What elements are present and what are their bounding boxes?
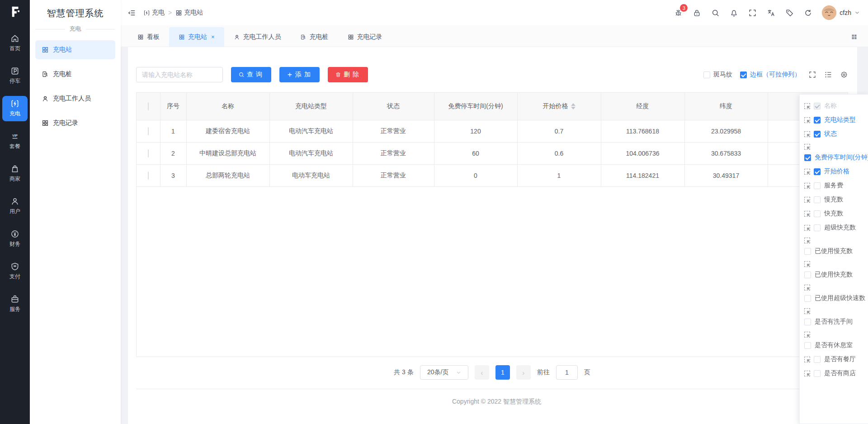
border-toggle[interactable]: 边框（可拉伸列） bbox=[740, 71, 801, 79]
table-settings-gear-icon[interactable] bbox=[840, 71, 848, 79]
column-checkbox[interactable] bbox=[804, 154, 811, 161]
submenu-item-record[interactable]: 充电记录 bbox=[35, 114, 115, 133]
app-logo[interactable] bbox=[0, 0, 30, 24]
language-icon[interactable] bbox=[766, 8, 775, 17]
row-checkbox[interactable] bbox=[148, 149, 149, 157]
drag-handle-icon[interactable] bbox=[804, 144, 810, 150]
column-toggle[interactable]: 超级快充数 bbox=[814, 224, 856, 232]
drag-handle-icon[interactable] bbox=[804, 225, 810, 231]
prev-page-button[interactable]: ‹ bbox=[475, 365, 489, 380]
column-checkbox[interactable] bbox=[814, 356, 821, 363]
column-checkbox[interactable] bbox=[814, 370, 821, 377]
rail-item-vip[interactable]: 套餐 bbox=[2, 129, 28, 154]
submenu-item-pile[interactable]: 充电桩 bbox=[35, 65, 115, 84]
tab-充电工作人员[interactable]: 充电工作人员 bbox=[224, 27, 291, 47]
bug-report-icon[interactable]: 3 bbox=[674, 8, 683, 17]
column-toggle[interactable]: 状态 bbox=[814, 130, 837, 138]
current-page-button[interactable]: 1 bbox=[495, 365, 510, 380]
drag-handle-icon[interactable] bbox=[804, 371, 810, 376]
lock-screen-icon[interactable] bbox=[692, 8, 701, 17]
column-toggle[interactable]: 已使用慢充数 bbox=[804, 247, 868, 255]
tab-充电桩[interactable]: 充电桩 bbox=[291, 27, 338, 47]
column-toggle[interactable]: 充电站类型 bbox=[814, 116, 856, 124]
drag-handle-icon[interactable] bbox=[804, 357, 810, 362]
column-toggle[interactable]: 名称 bbox=[814, 102, 837, 110]
breadcrumb-item-station[interactable]: 充电站 bbox=[175, 9, 203, 17]
rail-item-shop[interactable]: 商家 bbox=[2, 161, 28, 186]
close-icon[interactable]: × bbox=[211, 33, 215, 40]
breadcrumb-item-charge[interactable]: 充电 bbox=[143, 9, 165, 17]
refresh-icon[interactable] bbox=[803, 8, 812, 17]
column-toggle[interactable]: 已使用快充数 bbox=[804, 271, 868, 279]
tab-看板[interactable]: 看板 bbox=[128, 27, 169, 47]
drag-handle-icon[interactable] bbox=[804, 211, 810, 217]
column-header-price[interactable]: 开始价格 bbox=[517, 93, 601, 120]
column-toggle[interactable]: 服务费 bbox=[814, 181, 843, 190]
bell-icon[interactable] bbox=[729, 8, 738, 17]
table-fullscreen-icon[interactable] bbox=[808, 71, 816, 79]
tab-充电记录[interactable]: 充电记录 bbox=[338, 27, 392, 47]
fullscreen-icon[interactable] bbox=[748, 8, 757, 17]
next-page-button[interactable]: › bbox=[516, 365, 531, 380]
search-input[interactable] bbox=[136, 67, 223, 82]
rail-item-finance[interactable]: 财务 bbox=[2, 226, 28, 252]
column-toggle[interactable]: 已使用超级快速数 bbox=[804, 294, 868, 302]
drag-handle-icon[interactable] bbox=[804, 183, 810, 189]
column-toggle[interactable]: 开始价格 bbox=[814, 167, 849, 176]
column-checkbox[interactable] bbox=[804, 272, 811, 278]
search-icon[interactable] bbox=[711, 8, 720, 17]
column-checkbox[interactable] bbox=[814, 196, 821, 203]
row-checkbox[interactable] bbox=[148, 172, 149, 180]
drag-handle-icon[interactable] bbox=[804, 285, 810, 291]
zebra-checkbox[interactable] bbox=[703, 71, 710, 78]
table-custom-list-icon[interactable] bbox=[824, 71, 832, 79]
tab-充电站[interactable]: 充电站× bbox=[169, 27, 224, 47]
rail-item-pay[interactable]: 支付 bbox=[2, 259, 28, 284]
add-button[interactable]: 添加 bbox=[279, 67, 320, 82]
column-checkbox[interactable] bbox=[804, 319, 811, 325]
rail-item-parking[interactable]: 停车 bbox=[2, 63, 28, 89]
rail-item-home[interactable]: 首页 bbox=[2, 31, 28, 56]
drag-handle-icon[interactable] bbox=[804, 238, 810, 243]
select-all-checkbox[interactable] bbox=[148, 102, 149, 110]
column-checkbox[interactable] bbox=[804, 342, 811, 349]
column-toggle[interactable]: 是否有餐厅 bbox=[814, 355, 856, 363]
column-checkbox[interactable] bbox=[804, 248, 811, 255]
drag-handle-icon[interactable] bbox=[804, 261, 810, 267]
drag-handle-icon[interactable] bbox=[804, 169, 810, 175]
collapse-sidebar-icon[interactable] bbox=[127, 8, 136, 17]
border-checkbox[interactable] bbox=[740, 71, 747, 78]
drag-handle-icon[interactable] bbox=[804, 117, 810, 123]
drag-handle-icon[interactable] bbox=[804, 103, 810, 109]
submenu-item-station[interactable]: 充电站 bbox=[35, 40, 115, 59]
column-checkbox[interactable] bbox=[814, 131, 821, 138]
tag-icon[interactable] bbox=[785, 8, 794, 17]
delete-button[interactable]: 删除 bbox=[328, 67, 368, 82]
drag-handle-icon[interactable] bbox=[804, 308, 810, 314]
goto-page-input[interactable] bbox=[556, 365, 578, 380]
column-toggle[interactable]: 是否有商店 bbox=[814, 369, 856, 377]
tab-options-icon[interactable] bbox=[847, 30, 861, 44]
drag-handle-icon[interactable] bbox=[804, 332, 810, 338]
column-checkbox[interactable] bbox=[814, 210, 821, 217]
column-checkbox[interactable] bbox=[814, 224, 821, 231]
column-toggle[interactable]: 慢充数 bbox=[814, 195, 843, 204]
column-checkbox[interactable] bbox=[814, 182, 821, 189]
page-size-select[interactable]: 20条/页 bbox=[420, 365, 468, 380]
column-toggle[interactable]: 快充数 bbox=[814, 210, 843, 218]
column-toggle[interactable]: 是否有休息室 bbox=[804, 341, 868, 349]
row-checkbox[interactable] bbox=[148, 127, 149, 135]
column-checkbox[interactable] bbox=[814, 117, 821, 124]
drag-handle-icon[interactable] bbox=[804, 197, 810, 203]
rail-item-charge[interactable]: 充电 bbox=[2, 96, 28, 121]
zebra-toggle[interactable]: 斑马纹 bbox=[703, 71, 732, 79]
column-toggle[interactable]: 是否有洗手间 bbox=[804, 318, 868, 326]
column-checkbox[interactable] bbox=[814, 168, 821, 175]
column-checkbox[interactable] bbox=[804, 295, 811, 302]
column-toggle[interactable]: 免费停车时间(分钟) bbox=[804, 153, 868, 162]
user-menu[interactable]: cfzh bbox=[822, 5, 860, 20]
query-button[interactable]: 查询 bbox=[231, 67, 271, 82]
rail-item-service[interactable]: 服务 bbox=[2, 291, 28, 317]
drag-handle-icon[interactable] bbox=[804, 131, 810, 137]
sort-caret-icon[interactable] bbox=[571, 103, 576, 110]
